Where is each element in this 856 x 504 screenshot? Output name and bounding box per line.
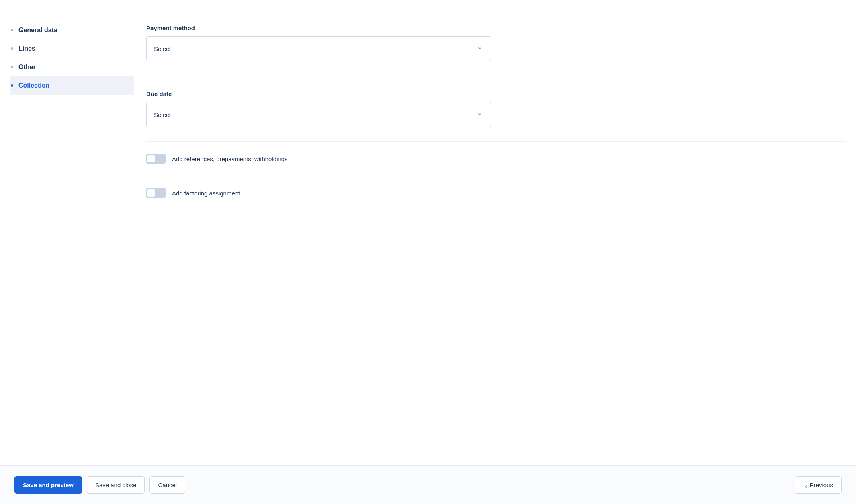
payment-method-value: Select	[154, 45, 171, 52]
nav-label: General data	[18, 27, 57, 33]
nav-item-general-data[interactable]: General data	[10, 21, 134, 39]
due-date-label: Due date	[146, 90, 846, 97]
cancel-button[interactable]: Cancel	[149, 476, 185, 494]
references-section: Add references, prepayments, withholding…	[146, 142, 846, 176]
payment-method-label: Payment method	[146, 25, 846, 31]
due-date-select[interactable]: Select	[146, 102, 491, 127]
nav-item-lines[interactable]: Lines	[10, 39, 134, 58]
footer-bar: Save and preview Save and close Cancel P…	[0, 465, 856, 504]
factoring-toggle[interactable]	[146, 188, 166, 198]
payment-method-select[interactable]: Select	[146, 36, 491, 61]
due-date-value: Select	[154, 111, 171, 118]
nav-label: Collection	[18, 82, 49, 89]
main-content: Payment method Select Due date Select	[134, 10, 846, 210]
sidebar-nav: General data Lines Other Collection	[10, 10, 134, 210]
chevron-down-icon	[477, 45, 483, 52]
factoring-section: Add factoring assignment	[146, 176, 846, 210]
payment-method-section: Payment method Select	[146, 10, 846, 76]
previous-button[interactable]: Previous	[795, 476, 842, 494]
nav-item-other[interactable]: Other	[10, 58, 134, 76]
save-preview-button[interactable]: Save and preview	[14, 476, 82, 494]
toggle-knob	[147, 189, 155, 197]
references-toggle[interactable]	[146, 154, 166, 164]
nav-label: Other	[18, 64, 36, 70]
toggle-knob	[147, 155, 155, 162]
due-date-section: Due date Select	[146, 76, 846, 142]
chevron-left-icon	[803, 483, 807, 487]
chevron-down-icon	[477, 111, 483, 118]
references-toggle-label: Add references, prepayments, withholding…	[172, 156, 288, 162]
save-close-button[interactable]: Save and close	[87, 476, 145, 494]
nav-item-collection[interactable]: Collection	[10, 76, 134, 95]
nav-label: Lines	[18, 45, 35, 52]
factoring-toggle-label: Add factoring assignment	[172, 190, 240, 197]
